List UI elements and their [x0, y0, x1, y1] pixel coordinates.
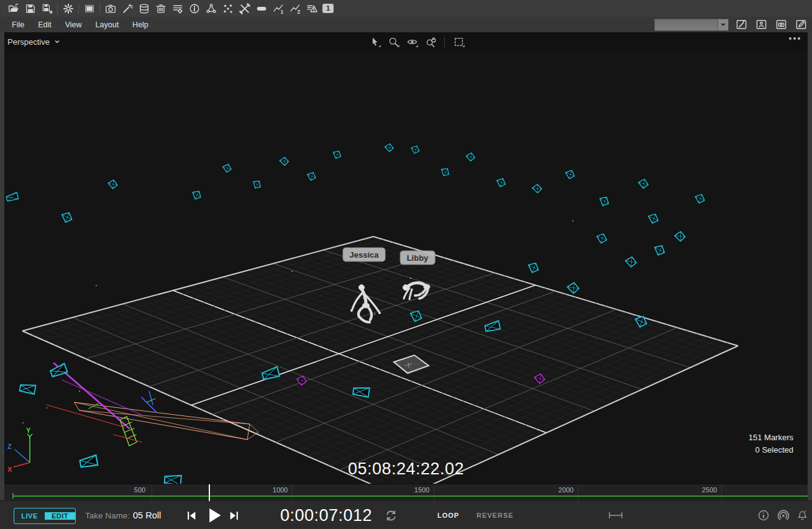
viewport-stage: Perspective YZX JessicaLibby 05:08:24:22… — [0, 32, 812, 500]
zoom-magnifier-icon[interactable] — [385, 34, 401, 49]
main-toolbar: 121 — [0, 0, 812, 17]
session-select[interactable] — [654, 19, 729, 31]
viewport-overflow-menu[interactable] — [789, 37, 800, 40]
loop-button[interactable]: LOOP — [437, 501, 459, 529]
camera-marker[interactable] — [411, 145, 419, 153]
wand-icon[interactable] — [119, 1, 135, 16]
chevron-down-icon[interactable] — [718, 19, 728, 30]
camera-pane-icon[interactable] — [775, 19, 787, 31]
camera-marker[interactable] — [674, 231, 686, 242]
camera-marker[interactable] — [6, 192, 18, 202]
camera-marker[interactable] — [596, 233, 607, 243]
scene-timecode: 05:08:24:22.02 — [4, 459, 808, 479]
settings-gear-icon[interactable] — [60, 1, 76, 16]
layout-pane-icon[interactable] — [81, 1, 98, 16]
edit-wand-pane-icon[interactable] — [735, 19, 747, 31]
follow-lock-icon[interactable] — [422, 34, 439, 49]
camera-marker[interactable] — [108, 180, 118, 189]
menu-help[interactable]: Help — [125, 19, 155, 31]
streaming-icon[interactable] — [777, 501, 790, 529]
live-mode-button[interactable]: LIVE — [14, 512, 45, 520]
camera-marker[interactable] — [466, 153, 475, 161]
timeline-ruler[interactable]: 5001000150020002500 — [4, 484, 808, 501]
open-folder-icon[interactable] — [5, 1, 22, 16]
skeleton-name-badge[interactable]: Libby — [400, 251, 436, 265]
camera-marker[interactable] — [565, 170, 575, 179]
camera-marker[interactable] — [50, 363, 68, 378]
panel-toggle-icons — [735, 19, 807, 31]
axis-y-label: Y — [26, 427, 31, 434]
camera-marker[interactable] — [567, 282, 580, 294]
camera-marker[interactable] — [532, 184, 542, 194]
camera-marker[interactable] — [252, 179, 262, 190]
list-settings-icon[interactable] — [169, 1, 186, 16]
take-name-value[interactable]: 05 Roll — [133, 501, 161, 529]
svg-text:1: 1 — [280, 8, 283, 14]
tools-icon[interactable] — [236, 1, 253, 16]
skip-to-start-button[interactable] — [186, 501, 198, 529]
camera-marker[interactable] — [638, 179, 648, 188]
camera-marker[interactable] — [307, 172, 316, 181]
menubar-right — [654, 19, 807, 31]
graph-2-icon[interactable]: 2 — [286, 1, 303, 16]
notification-count-badge[interactable]: 1 — [322, 4, 334, 13]
marker-scatter-icon[interactable] — [219, 1, 236, 16]
data-stack-icon[interactable] — [135, 1, 152, 16]
view-selector[interactable]: Perspective — [4, 37, 60, 47]
camera-marker[interactable] — [223, 165, 232, 173]
info-circle-icon[interactable] — [186, 1, 203, 16]
camera-marker[interactable] — [385, 143, 394, 152]
info-icon[interactable] — [757, 501, 770, 529]
timeline-frame-label: 1000 — [273, 486, 288, 494]
toolbar-separator — [78, 3, 79, 14]
3d-viewport[interactable]: YZX JessicaLibby 05:08:24:22.02 151 Mark… — [4, 32, 808, 484]
menu-file[interactable]: File — [5, 19, 31, 31]
trash-icon[interactable] — [152, 1, 169, 16]
menu-layout[interactable]: Layout — [89, 19, 126, 31]
timeline-playhead[interactable] — [209, 484, 210, 501]
save-file-icon[interactable] — [22, 1, 39, 16]
camera-marker[interactable] — [496, 178, 506, 187]
camera-marker[interactable] — [19, 382, 35, 394]
save-as-icon[interactable] — [39, 1, 55, 16]
assets-pane-icon[interactable] — [755, 19, 767, 31]
select-cursor-icon[interactable] — [367, 34, 383, 49]
play-button[interactable] — [206, 501, 223, 529]
menus: FileEditViewLayoutHelp — [5, 19, 155, 31]
camera-marker[interactable] — [527, 262, 540, 274]
camera-marker[interactable] — [625, 256, 637, 268]
edit-mode-button[interactable]: EDIT — [45, 512, 75, 520]
timeline-frame-label: 2500 — [702, 486, 717, 494]
label-tag-icon[interactable] — [253, 1, 270, 16]
visibility-eye-icon[interactable] — [404, 34, 420, 49]
edit-pane-icon[interactable] — [795, 19, 807, 31]
camera-marker[interactable] — [280, 156, 290, 166]
skeleton-name-badge[interactable]: Jessica — [343, 248, 386, 262]
menu-edit[interactable]: Edit — [31, 19, 58, 31]
ground-grid — [22, 237, 738, 484]
asset-nodes-icon[interactable] — [203, 1, 219, 16]
graph-warning-icon[interactable] — [303, 1, 320, 16]
graph-1-icon[interactable]: 1 — [270, 1, 286, 16]
markers-count: 151 Markers — [749, 432, 793, 444]
camera-marker[interactable] — [695, 194, 705, 204]
camera-marker[interactable] — [332, 150, 342, 160]
skip-to-end-button[interactable] — [228, 501, 240, 529]
loop-refresh-icon[interactable] — [385, 501, 398, 529]
menu-view[interactable]: View — [58, 19, 89, 31]
camera-marker[interactable] — [654, 245, 666, 256]
motive-window: 121 FileEditViewLayoutHelp Perspective — [0, 0, 812, 529]
chevron-down-icon — [54, 38, 60, 45]
camera-marker[interactable] — [647, 213, 659, 224]
timeline-frame-label: 2000 — [559, 486, 573, 494]
reverse-button[interactable]: REVERSE — [477, 501, 514, 529]
marquee-select-icon[interactable] — [450, 34, 467, 49]
timeline-grid-line — [434, 486, 434, 501]
camera-marker[interactable] — [440, 167, 450, 177]
notifications-bell-icon[interactable] — [796, 501, 808, 529]
camera-icon[interactable] — [102, 1, 119, 16]
camera-marker[interactable] — [191, 190, 202, 201]
working-range-line — [13, 495, 809, 497]
camera-marker[interactable] — [598, 196, 609, 207]
camera-marker[interactable] — [61, 212, 73, 224]
